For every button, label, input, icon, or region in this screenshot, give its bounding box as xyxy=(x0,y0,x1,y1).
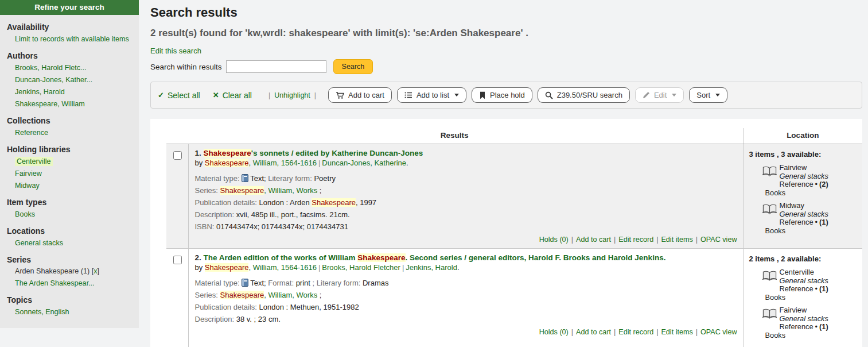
add-to-list-button[interactable]: Add to list xyxy=(397,87,466,103)
link[interactable]: Duncan-Jones, Katherine xyxy=(322,159,406,167)
facet-link-location-general-stacks[interactable]: General stacks xyxy=(15,239,63,247)
facet-heading-holding-libraries: Holding libraries xyxy=(7,145,132,154)
bullet: • xyxy=(815,284,818,293)
facet-link-series[interactable]: The Arden Shakespear... xyxy=(15,279,95,287)
holds-link[interactable]: Holds (0) xyxy=(539,328,569,336)
clear-all-link[interactable]: ✕Clear all xyxy=(213,91,252,100)
bullet: • xyxy=(815,218,818,226)
holds-link[interactable]: Holds (0) xyxy=(539,236,569,244)
search-button[interactable]: Search xyxy=(333,59,373,74)
link[interactable]: 's sonnets / edited by Katherine Duncan-… xyxy=(251,149,423,157)
holding-location: General stacks xyxy=(780,210,859,219)
refine-search-header: Refine your search xyxy=(0,0,139,15)
link[interactable]: , William, 1564-1616 xyxy=(248,263,317,272)
highlighted-term: Shakespeare xyxy=(220,291,264,299)
select-all-link[interactable]: ✓Select all xyxy=(158,91,200,100)
text-segment: by xyxy=(195,263,205,272)
opac-view-link[interactable]: OPAC view xyxy=(700,328,737,336)
facet-link-author[interactable]: Duncan-Jones, Kather... xyxy=(15,76,92,84)
text-segment: Poetry xyxy=(314,174,336,183)
link[interactable]: Brooks, Harold Fletcher xyxy=(322,263,400,272)
add-to-cart-link[interactable]: Add to cart xyxy=(576,328,611,336)
result-number: 1. xyxy=(195,149,201,157)
result-checkbox[interactable] xyxy=(173,151,182,160)
holding-library: Fairview xyxy=(780,306,859,315)
separator: | xyxy=(571,236,573,244)
facet-link-author[interactable]: Brooks, Harold Fletc... xyxy=(15,64,87,72)
highlighted-term: Shakespeare xyxy=(204,149,251,157)
add-to-cart-link[interactable]: Add to cart xyxy=(576,236,611,244)
result-details: Material type: Text; Literary form: Poet… xyxy=(195,174,737,244)
link[interactable]: , William, 1564-1616 xyxy=(248,159,317,167)
text-segment: . xyxy=(406,159,408,167)
facet-heading-item-types: Item types xyxy=(7,198,132,207)
add-to-cart-button[interactable]: Add to cart xyxy=(328,87,392,103)
unhighlight-link[interactable]: Unhighlight xyxy=(274,91,310,99)
edit-record-link[interactable]: Edit record xyxy=(618,236,653,244)
separator: | xyxy=(696,236,698,244)
holding-location: General stacks xyxy=(780,277,859,286)
pencil-icon xyxy=(643,91,650,99)
holding-itemtype: Books xyxy=(765,227,859,236)
caret-down-icon xyxy=(672,94,676,97)
link[interactable]: , William, Works xyxy=(264,291,317,299)
text-segment: Text; xyxy=(250,174,266,183)
text-segment: , 1997 xyxy=(356,198,376,207)
result-title[interactable]: 2. The Arden edition of the works of Wil… xyxy=(195,253,737,263)
publication-line: Publication details: London : Methuen, 1… xyxy=(195,303,737,312)
holding-count: (1) xyxy=(819,322,828,331)
highlighted-term: Shakespeare xyxy=(220,186,264,195)
link[interactable]: , William, Works xyxy=(264,186,317,195)
edit-this-search-link[interactable]: Edit this search xyxy=(150,47,201,55)
facet-link-topic-sonnets[interactable]: Sonnets, English xyxy=(15,308,69,316)
result-action-links: Holds (0)|Add to cart|Edit record|Edit i… xyxy=(195,236,737,244)
place-hold-button[interactable]: Place hold xyxy=(472,87,532,103)
z3950-search-button[interactable]: Z39.50/SRU search xyxy=(538,87,630,103)
facet-section-series: Series Arden Shakespeare (1) [x] The Ard… xyxy=(0,255,139,288)
opac-view-link[interactable]: OPAC view xyxy=(700,236,737,244)
holding-collection: Reference•(1) xyxy=(780,323,859,331)
result-authors-line: by Shakespeare, William, 1564-1616|Dunca… xyxy=(195,159,737,168)
facet-link-library-fairview[interactable]: Fairview xyxy=(15,169,42,178)
facet-link-library-midway[interactable]: Midway xyxy=(15,182,40,190)
holding-library: Fairview xyxy=(780,164,859,172)
description-line: Description: 38 v. ; 23 cm. xyxy=(195,315,737,324)
text-segment: | xyxy=(400,263,406,272)
result-title[interactable]: 1. Shakespeare's sonnets / edited by Kat… xyxy=(195,149,737,158)
material-type-book-icon xyxy=(242,174,248,182)
facet-link-library-centerville[interactable]: Centerville xyxy=(15,157,53,166)
edit-record-link[interactable]: Edit record xyxy=(618,328,653,336)
holding-itemtype: Books xyxy=(765,294,859,302)
facet-link-available-items[interactable]: Limit to records with available items xyxy=(15,35,129,43)
description-line: Description: xvii, 485p ill., port., fac… xyxy=(195,210,737,219)
facet-link-author[interactable]: Jenkins, Harold xyxy=(15,88,65,96)
holding-entry: Centerville General stacks Reference•(1)… xyxy=(762,268,859,302)
results-panel: Results Location 1. Shakespeare's sonnet… xyxy=(150,119,862,347)
facet-heading-locations: Locations xyxy=(7,226,132,236)
open-book-icon xyxy=(762,204,777,215)
separator: | xyxy=(656,328,658,336)
result-checkbox[interactable] xyxy=(173,256,182,264)
holding-itemtype: Books xyxy=(765,331,859,340)
link[interactable]: The Arden edition of the works of Willia… xyxy=(204,253,358,262)
edit-button[interactable]: Edit xyxy=(635,87,684,103)
link[interactable]: Jenkins, Harold xyxy=(406,263,457,272)
sort-button[interactable]: Sort xyxy=(689,87,727,103)
highlighted-term: Shakespeare xyxy=(205,263,249,272)
edit-items-link[interactable]: Edit items xyxy=(661,328,692,336)
search-within-input[interactable] xyxy=(226,60,326,73)
facet-link-author[interactable]: Shakespeare, William xyxy=(15,100,85,108)
facet-link-collection[interactable]: Reference xyxy=(15,129,48,137)
link[interactable]: . Second series / general editors, Harol… xyxy=(406,253,666,262)
highlighted-term: Shakespeare xyxy=(205,159,249,167)
search-within-label: Search within results xyxy=(150,63,222,71)
separator: | xyxy=(614,328,616,336)
edit-items-link[interactable]: Edit items xyxy=(661,236,692,244)
refine-search-sidebar: Refine your search Availability Limit to… xyxy=(0,0,139,328)
facet-section-holding-libraries: Holding libraries Centerville Fairview M… xyxy=(0,145,139,190)
text-segment: Dramas xyxy=(363,279,389,287)
facet-section-authors: Authors Brooks, Harold Fletc... Duncan-J… xyxy=(0,51,139,109)
facet-link-itemtype-books[interactable]: Books xyxy=(15,210,35,218)
text-segment: ; xyxy=(317,291,321,299)
facet-heading-availability: Availability xyxy=(7,22,132,32)
